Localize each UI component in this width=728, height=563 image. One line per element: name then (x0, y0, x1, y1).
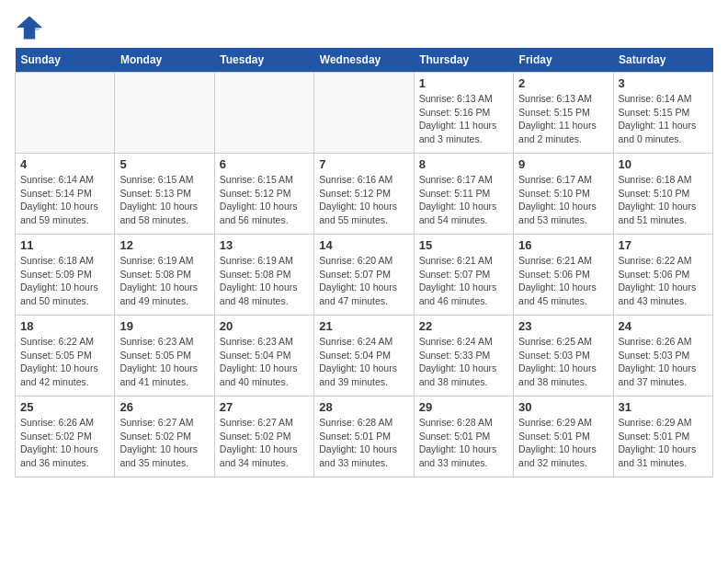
day-number: 18 (20, 319, 109, 333)
day-cell: 7Sunrise: 6:16 AM Sunset: 5:12 PM Daylig… (314, 154, 414, 235)
day-cell: 31Sunrise: 6:29 AM Sunset: 5:01 PM Dayli… (613, 396, 712, 477)
day-info: Sunrise: 6:22 AM Sunset: 5:05 PM Dayligh… (20, 335, 109, 389)
day-info: Sunrise: 6:14 AM Sunset: 5:15 PM Dayligh… (619, 92, 708, 146)
day-number: 14 (319, 238, 408, 252)
day-info: Sunrise: 6:27 AM Sunset: 5:02 PM Dayligh… (119, 416, 209, 470)
day-cell: 14Sunrise: 6:20 AM Sunset: 5:07 PM Dayli… (314, 235, 414, 316)
day-cell: 29Sunrise: 6:28 AM Sunset: 5:01 PM Dayli… (414, 396, 513, 477)
day-number: 20 (220, 319, 309, 333)
week-row-4: 18Sunrise: 6:22 AM Sunset: 5:05 PM Dayli… (16, 316, 713, 396)
weekday-sunday: Sunday (16, 48, 115, 73)
day-number: 27 (220, 400, 309, 414)
day-info: Sunrise: 6:29 AM Sunset: 5:01 PM Dayligh… (619, 416, 708, 470)
weekday-tuesday: Tuesday (214, 48, 313, 73)
day-info: Sunrise: 6:18 AM Sunset: 5:10 PM Dayligh… (619, 173, 708, 227)
week-row-3: 11Sunrise: 6:18 AM Sunset: 5:09 PM Dayli… (16, 235, 713, 316)
day-number: 7 (319, 157, 408, 171)
logo (15, 15, 48, 40)
day-number: 11 (20, 238, 109, 252)
week-row-2: 4Sunrise: 6:14 AM Sunset: 5:14 PM Daylig… (16, 154, 713, 235)
day-info: Sunrise: 6:17 AM Sunset: 5:10 PM Dayligh… (518, 173, 608, 227)
day-info: Sunrise: 6:16 AM Sunset: 5:12 PM Dayligh… (319, 173, 408, 227)
day-number: 28 (319, 400, 408, 414)
day-cell: 22Sunrise: 6:24 AM Sunset: 5:33 PM Dayli… (414, 316, 513, 396)
day-info: Sunrise: 6:26 AM Sunset: 5:03 PM Dayligh… (619, 335, 708, 389)
day-cell (314, 73, 414, 154)
day-info: Sunrise: 6:15 AM Sunset: 5:12 PM Dayligh… (220, 173, 309, 227)
calendar-header: SundayMondayTuesdayWednesdayThursdayFrid… (16, 48, 713, 73)
day-info: Sunrise: 6:24 AM Sunset: 5:33 PM Dayligh… (419, 335, 508, 389)
day-cell: 12Sunrise: 6:19 AM Sunset: 5:08 PM Dayli… (115, 235, 214, 316)
day-info: Sunrise: 6:21 AM Sunset: 5:07 PM Dayligh… (419, 254, 508, 308)
day-cell: 30Sunrise: 6:29 AM Sunset: 5:01 PM Dayli… (514, 396, 613, 477)
day-number: 19 (119, 319, 209, 333)
day-number: 24 (619, 319, 708, 333)
day-info: Sunrise: 6:26 AM Sunset: 5:02 PM Dayligh… (20, 416, 109, 470)
day-cell: 2Sunrise: 6:13 AM Sunset: 5:15 PM Daylig… (514, 73, 613, 154)
day-cell: 5Sunrise: 6:15 AM Sunset: 5:13 PM Daylig… (115, 154, 214, 235)
day-cell: 11Sunrise: 6:18 AM Sunset: 5:09 PM Dayli… (16, 235, 115, 316)
calendar-table: SundayMondayTuesdayWednesdayThursdayFrid… (15, 48, 713, 477)
day-cell: 19Sunrise: 6:23 AM Sunset: 5:05 PM Dayli… (115, 316, 214, 396)
weekday-monday: Monday (115, 48, 214, 73)
day-info: Sunrise: 6:23 AM Sunset: 5:04 PM Dayligh… (220, 335, 309, 389)
day-cell: 27Sunrise: 6:27 AM Sunset: 5:02 PM Dayli… (214, 396, 313, 477)
day-cell: 3Sunrise: 6:14 AM Sunset: 5:15 PM Daylig… (613, 73, 712, 154)
day-number: 29 (419, 400, 508, 414)
day-info: Sunrise: 6:23 AM Sunset: 5:05 PM Dayligh… (119, 335, 209, 389)
day-cell: 9Sunrise: 6:17 AM Sunset: 5:10 PM Daylig… (514, 154, 613, 235)
day-number: 23 (518, 319, 608, 333)
day-info: Sunrise: 6:24 AM Sunset: 5:04 PM Dayligh… (319, 335, 408, 389)
day-cell (214, 73, 313, 154)
week-row-5: 25Sunrise: 6:26 AM Sunset: 5:02 PM Dayli… (16, 396, 713, 477)
day-info: Sunrise: 6:28 AM Sunset: 5:01 PM Dayligh… (419, 416, 508, 470)
day-cell: 15Sunrise: 6:21 AM Sunset: 5:07 PM Dayli… (414, 235, 513, 316)
day-number: 1 (419, 76, 508, 90)
day-number: 2 (518, 76, 608, 90)
day-info: Sunrise: 6:20 AM Sunset: 5:07 PM Dayligh… (319, 254, 408, 308)
day-number: 5 (119, 157, 209, 171)
weekday-header-row: SundayMondayTuesdayWednesdayThursdayFrid… (16, 48, 713, 73)
day-info: Sunrise: 6:27 AM Sunset: 5:02 PM Dayligh… (220, 416, 309, 470)
day-number: 25 (20, 400, 109, 414)
day-number: 9 (518, 157, 608, 171)
day-number: 30 (518, 400, 608, 414)
day-number: 22 (419, 319, 508, 333)
logo-icon (15, 15, 44, 40)
weekday-wednesday: Wednesday (314, 48, 414, 73)
day-cell: 17Sunrise: 6:22 AM Sunset: 5:06 PM Dayli… (613, 235, 712, 316)
weekday-friday: Friday (514, 48, 613, 73)
day-number: 13 (220, 238, 309, 252)
day-cell: 23Sunrise: 6:25 AM Sunset: 5:03 PM Dayli… (514, 316, 613, 396)
day-number: 10 (619, 157, 708, 171)
day-number: 21 (319, 319, 408, 333)
day-cell (16, 73, 115, 154)
day-info: Sunrise: 6:28 AM Sunset: 5:01 PM Dayligh… (319, 416, 408, 470)
day-info: Sunrise: 6:13 AM Sunset: 5:15 PM Dayligh… (518, 92, 608, 146)
day-number: 4 (20, 157, 109, 171)
page-header (15, 15, 713, 40)
day-info: Sunrise: 6:19 AM Sunset: 5:08 PM Dayligh… (119, 254, 209, 308)
day-info: Sunrise: 6:17 AM Sunset: 5:11 PM Dayligh… (419, 173, 508, 227)
calendar-body: 1Sunrise: 6:13 AM Sunset: 5:16 PM Daylig… (16, 73, 713, 477)
day-number: 17 (619, 238, 708, 252)
day-cell: 25Sunrise: 6:26 AM Sunset: 5:02 PM Dayli… (16, 396, 115, 477)
day-cell: 1Sunrise: 6:13 AM Sunset: 5:16 PM Daylig… (414, 73, 513, 154)
day-number: 12 (119, 238, 209, 252)
day-info: Sunrise: 6:14 AM Sunset: 5:14 PM Dayligh… (20, 173, 109, 227)
day-number: 3 (619, 76, 708, 90)
day-info: Sunrise: 6:25 AM Sunset: 5:03 PM Dayligh… (518, 335, 608, 389)
day-info: Sunrise: 6:21 AM Sunset: 5:06 PM Dayligh… (518, 254, 608, 308)
day-info: Sunrise: 6:15 AM Sunset: 5:13 PM Dayligh… (119, 173, 209, 227)
weekday-saturday: Saturday (613, 48, 712, 73)
day-number: 31 (619, 400, 708, 414)
day-info: Sunrise: 6:22 AM Sunset: 5:06 PM Dayligh… (619, 254, 708, 308)
day-cell: 24Sunrise: 6:26 AM Sunset: 5:03 PM Dayli… (613, 316, 712, 396)
day-cell: 26Sunrise: 6:27 AM Sunset: 5:02 PM Dayli… (115, 396, 214, 477)
day-cell: 28Sunrise: 6:28 AM Sunset: 5:01 PM Dayli… (314, 396, 414, 477)
day-info: Sunrise: 6:13 AM Sunset: 5:16 PM Dayligh… (419, 92, 508, 146)
day-number: 6 (220, 157, 309, 171)
day-cell: 13Sunrise: 6:19 AM Sunset: 5:08 PM Dayli… (214, 235, 313, 316)
day-number: 15 (419, 238, 508, 252)
day-cell (115, 73, 214, 154)
